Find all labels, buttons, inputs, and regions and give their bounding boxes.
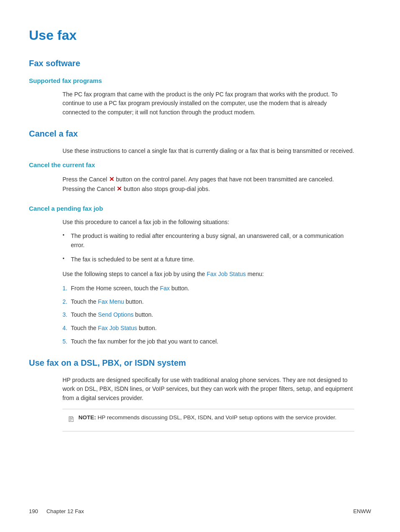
step-2: 2. Touch the Fax Menu button. <box>62 297 354 307</box>
step-num-1: 1. <box>62 284 68 293</box>
steps-intro: Use the following steps to cancel a fax … <box>62 270 354 279</box>
note-text: NOTE: HP recommends discussing DSL, PBX,… <box>78 413 337 422</box>
step-2-after: button. <box>124 298 144 305</box>
step-5: 5. Touch the fax number for the job that… <box>62 337 354 346</box>
cancel-fax-intro: Use these instructions to cancel a singl… <box>62 147 354 156</box>
section-heading-fax-software: Fax software <box>29 57 371 70</box>
step-1: 1. From the Home screen, touch the Fax b… <box>62 284 354 293</box>
cancel-x-icon-2: ✕ <box>117 185 122 192</box>
step-3-after: button. <box>133 311 153 318</box>
page-title: Use fax <box>29 25 371 45</box>
step-4: 4. Touch the Fax Job Status button. <box>62 324 354 333</box>
section-cancel-a-fax: Cancel a fax Use these instructions to c… <box>29 127 371 346</box>
supported-fax-body: The PC fax program that came with the pr… <box>62 90 354 117</box>
steps-intro-before: Use the following steps to cancel a fax … <box>62 271 207 277</box>
step-3-before: Touch the <box>71 311 98 318</box>
step-5-text: Touch the fax number for the job that yo… <box>71 338 218 345</box>
footer-chapter: Chapter 12 Fax <box>47 507 84 516</box>
dsl-body: HP products are designed specifically fo… <box>62 376 354 403</box>
subsection-cancel-pending-fax: Cancel a pending fax job Use this proced… <box>29 204 371 346</box>
page-content: Use fax Fax software Supported fax progr… <box>0 0 400 532</box>
footer-page-num: 190 <box>29 507 38 516</box>
subsection-heading-cancel-pending: Cancel a pending fax job <box>29 204 371 214</box>
send-options-link[interactable]: Send Options <box>98 311 134 318</box>
cancel-current-body: Press the Cancel ✕ button on the control… <box>62 174 354 194</box>
step-4-before: Touch the <box>71 325 98 331</box>
step-1-before: From the Home screen, touch the <box>71 285 160 292</box>
cancel-current-text-1: Press the Cancel <box>62 176 109 183</box>
cancel-x-icon-1: ✕ <box>109 176 114 183</box>
section-heading-dsl: Use fax on a DSL, PBX, or ISDN system <box>29 356 371 369</box>
note-icon: 🖹 <box>68 414 75 425</box>
section-use-fax-dsl: Use fax on a DSL, PBX, or ISDN system HP… <box>29 356 371 431</box>
step-num-5: 5. <box>62 337 68 346</box>
step-1-after: button. <box>170 285 190 292</box>
subsection-heading-cancel-current: Cancel the current fax <box>29 160 371 170</box>
page-footer: 190 Chapter 12 Fax ENWW <box>29 507 371 516</box>
step-num-4: 4. <box>62 324 68 333</box>
step-2-before: Touch the <box>71 298 98 305</box>
subsection-cancel-current-fax: Cancel the current fax Press the Cancel … <box>29 160 371 194</box>
fax-menu-link[interactable]: Fax Menu <box>98 298 124 305</box>
note-box: 🖹 NOTE: HP recommends discussing DSL, PB… <box>62 409 354 431</box>
cancel-pending-intro: Use this procedure to cancel a fax job i… <box>62 218 354 227</box>
bullet-item-1: The product is waiting to redial after e… <box>62 232 354 250</box>
step-4-after: button. <box>137 325 157 331</box>
steps-intro-after: menu: <box>246 271 264 277</box>
note-body-text: HP recommends discussing DSL, PBX, ISDN,… <box>98 414 337 421</box>
footer-left: 190 Chapter 12 Fax <box>29 507 84 516</box>
cancel-steps-list: 1. From the Home screen, touch the Fax b… <box>62 284 354 346</box>
fax-job-status-link-intro[interactable]: Fax Job Status <box>207 271 246 277</box>
bullet-item-2: The fax is scheduled to be sent at a fut… <box>62 255 354 264</box>
subsection-supported-fax-programs: Supported fax programs The PC fax progra… <box>29 76 371 117</box>
cancel-pending-bullets: The product is waiting to redial after e… <box>62 232 354 264</box>
note-label: NOTE: <box>78 414 96 421</box>
step-num-3: 3. <box>62 310 68 320</box>
step-num-2: 2. <box>62 297 68 307</box>
fax-link-step1[interactable]: Fax <box>160 285 169 292</box>
section-heading-cancel-fax: Cancel a fax <box>29 127 371 140</box>
footer-right: ENWW <box>353 507 371 516</box>
cancel-current-text-3: button also stops group-dial jobs. <box>122 186 210 192</box>
fax-job-status-link-step4[interactable]: Fax Job Status <box>98 325 137 331</box>
step-3: 3. Touch the Send Options button. <box>62 310 354 320</box>
section-fax-software: Fax software Supported fax programs The … <box>29 57 371 117</box>
subsection-heading-supported-fax: Supported fax programs <box>29 76 371 86</box>
